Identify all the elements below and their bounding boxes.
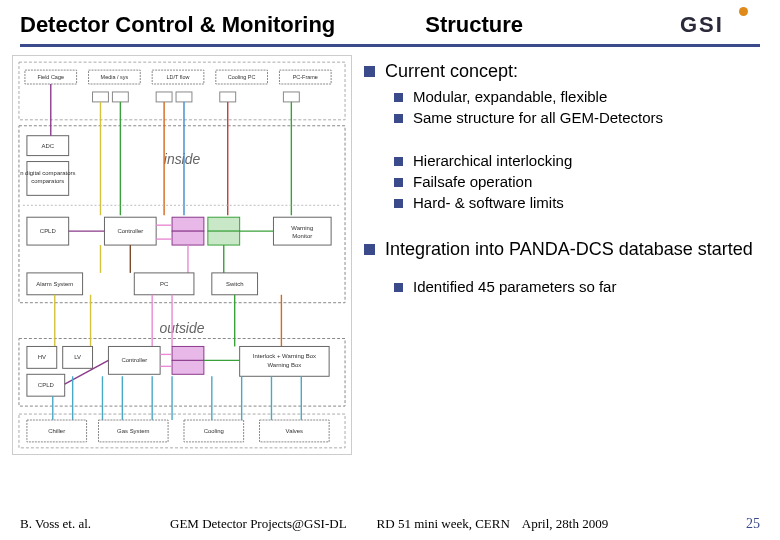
svg-rect-16	[112, 92, 128, 102]
bullet-text: Current concept:	[385, 61, 518, 82]
svg-text:Field Cage: Field Cage	[38, 74, 64, 80]
svg-text:Controller: Controller	[121, 357, 147, 363]
bullet-text: Hard- & software limits	[413, 194, 564, 211]
bullet-square-icon	[394, 157, 403, 166]
svg-text:Monitor: Monitor	[292, 233, 312, 239]
bullet-text: Hierarchical interlocking	[413, 152, 572, 169]
footer: B. Voss et. al. GEM Detector Projects@GS…	[0, 516, 780, 532]
svg-rect-40	[172, 231, 204, 245]
svg-text:Cooling PC: Cooling PC	[228, 74, 256, 80]
svg-rect-41	[208, 217, 240, 231]
title-left: Detector Control & Monitoring	[20, 12, 335, 38]
bullet-text: Failsafe operation	[413, 173, 532, 190]
svg-rect-42	[208, 231, 240, 245]
svg-text:CPLD: CPLD	[38, 382, 55, 388]
svg-text:Controller: Controller	[117, 228, 143, 234]
svg-text:GSI: GSI	[680, 12, 724, 37]
svg-rect-17	[156, 92, 172, 102]
svg-rect-18	[176, 92, 192, 102]
footer-event: RD 51 mini week, CERN	[377, 516, 510, 532]
bullet-square-icon	[394, 93, 403, 102]
svg-text:Valves: Valves	[286, 428, 303, 434]
svg-text:PC-Frame: PC-Frame	[293, 74, 318, 80]
svg-text:n digital comparators: n digital comparators	[20, 170, 75, 176]
footer-author: B. Voss et. al.	[20, 516, 170, 532]
svg-rect-39	[172, 217, 204, 231]
svg-rect-75	[172, 346, 204, 360]
svg-text:Interlock + Warning Box: Interlock + Warning Box	[253, 353, 316, 359]
bullet-square-icon	[394, 283, 403, 292]
footer-page-number: 25	[746, 516, 760, 532]
gsi-logo: GSI	[680, 10, 760, 38]
bullet-content: Current concept: Modular, expandable, fl…	[352, 55, 760, 465]
bullet-l2: Hard- & software limits	[394, 194, 760, 211]
bullet-square-icon	[394, 199, 403, 208]
svg-text:LD/T flow: LD/T flow	[167, 74, 190, 80]
bullet-text: Identified 45 parameters so far	[413, 278, 616, 295]
title-right: Structure	[425, 12, 523, 38]
svg-text:Alarm System: Alarm System	[36, 281, 73, 287]
svg-text:Chiller: Chiller	[48, 428, 65, 434]
bullet-text: Same structure for all GEM-Detectors	[413, 109, 663, 126]
bullet-l2: Hierarchical interlocking	[394, 152, 760, 169]
svg-text:ADC: ADC	[42, 143, 55, 149]
bullet-text: Integration into PANDA-DCS database star…	[385, 239, 753, 260]
bullet-l2: Modular, expandable, flexible	[394, 88, 760, 105]
bullet-square-icon	[364, 244, 375, 255]
header-rule	[20, 44, 760, 47]
bullet-l2: Same structure for all GEM-Detectors	[394, 109, 760, 126]
svg-text:Cooling: Cooling	[204, 428, 224, 434]
svg-rect-20	[283, 92, 299, 102]
bullet-l1: Integration into PANDA-DCS database star…	[364, 239, 760, 260]
footer-project: GEM Detector Projects@GSI-DL	[170, 516, 347, 532]
architecture-diagram: Field Cage Media / sys LD/T flow Cooling…	[12, 55, 352, 455]
footer-date: April, 28th 2009	[522, 516, 746, 532]
svg-text:HV: HV	[38, 354, 46, 360]
svg-rect-15	[93, 92, 109, 102]
bullet-text: Modular, expandable, flexible	[413, 88, 607, 105]
bullet-square-icon	[394, 114, 403, 123]
svg-text:outside: outside	[160, 320, 205, 336]
svg-text:LV: LV	[74, 354, 81, 360]
svg-text:Warning Box: Warning Box	[267, 362, 301, 368]
svg-text:comparators: comparators	[31, 178, 64, 184]
svg-text:Gas System: Gas System	[117, 428, 149, 434]
svg-rect-19	[220, 92, 236, 102]
bullet-square-icon	[364, 66, 375, 77]
bullet-l2: Identified 45 parameters so far	[394, 278, 760, 295]
svg-text:PC: PC	[160, 281, 169, 287]
svg-text:inside: inside	[164, 151, 201, 167]
svg-rect-76	[172, 360, 204, 374]
bullet-l2: Failsafe operation	[394, 173, 760, 190]
svg-text:Media / sys: Media / sys	[101, 74, 129, 80]
svg-text:Switch: Switch	[226, 281, 244, 287]
svg-text:Warning: Warning	[291, 225, 313, 231]
bullet-square-icon	[394, 178, 403, 187]
svg-text:CPLD: CPLD	[40, 228, 57, 234]
bullet-l1: Current concept:	[364, 61, 760, 82]
